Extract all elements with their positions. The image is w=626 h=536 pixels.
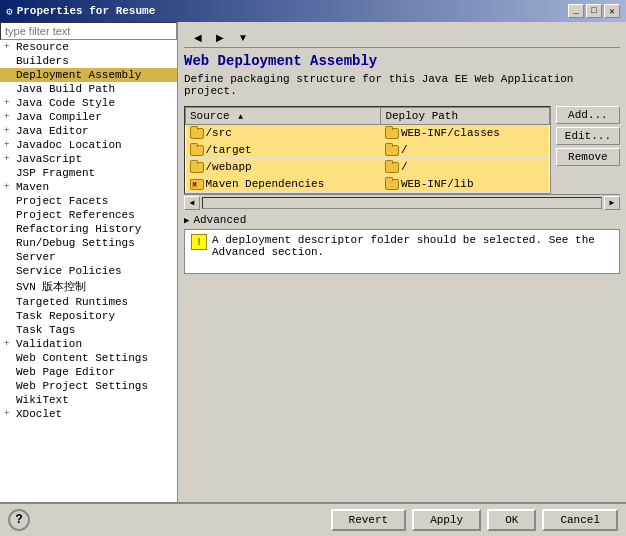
filter-input[interactable] (0, 22, 177, 40)
table-body: /srcWEB-INF/classes/target//webapp/Maven… (186, 125, 550, 193)
tree-item-java-code-style[interactable]: +Java Code Style (0, 96, 177, 110)
tree-item-label: Web Content Settings (16, 352, 148, 364)
tree-item-java-editor[interactable]: +Java Editor (0, 124, 177, 138)
panel-title: Web Deployment Assembly (184, 53, 620, 69)
tree-item-label: Task Tags (16, 324, 75, 336)
scroll-track[interactable] (202, 197, 602, 209)
tree-item-builders[interactable]: Builders (0, 54, 177, 68)
tree-item-label: Task Repository (16, 310, 115, 322)
help-button[interactable]: ? (8, 509, 30, 531)
panel-description: Define packaging structure for this Java… (184, 73, 620, 97)
back-button[interactable]: ◀ (188, 30, 208, 45)
folder-icon (385, 145, 399, 156)
scroll-right-arrow[interactable]: ▶ (604, 196, 620, 210)
tree-item-label: SVN 版本控制 (16, 279, 86, 294)
maximize-button[interactable]: □ (586, 4, 602, 18)
bottom-buttons: Revert Apply OK Cancel (331, 509, 618, 531)
table-row[interactable]: /webapp/ (186, 159, 550, 176)
tree-item-run/debug-settings[interactable]: Run/Debug Settings (0, 236, 177, 250)
tree-item-targeted-runtimes[interactable]: Targeted Runtimes (0, 295, 177, 309)
tree-item-validation[interactable]: +Validation (0, 337, 177, 351)
tree-item-maven[interactable]: +Maven (0, 180, 177, 194)
right-panel: ◀ ▶ ▼ Web Deployment Assembly Define pac… (178, 22, 626, 502)
table-and-buttons: Source ▲ Deploy Path /srcWEB-INF/classes… (184, 106, 620, 194)
horizontal-scrollbar[interactable]: ◀ ▶ (184, 194, 620, 210)
table-row[interactable]: Maven DependenciesWEB-INF/lib (186, 176, 550, 193)
cancel-button[interactable]: Cancel (542, 509, 618, 531)
add-button[interactable]: Add... (556, 106, 620, 124)
warning-text: A deployment descriptor folder should be… (212, 234, 613, 258)
table-row[interactable]: /target/ (186, 142, 550, 159)
assembly-table-container: Source ▲ Deploy Path /srcWEB-INF/classes… (184, 106, 551, 194)
title-bar: ⚙ Properties for Resume _ □ ✕ (0, 0, 626, 22)
content-area: +ResourceBuildersDeployment AssemblyJava… (0, 22, 626, 503)
tree-item-java-build-path[interactable]: Java Build Path (0, 82, 177, 96)
deploy-path-cell: WEB-INF/classes (381, 125, 549, 142)
tree-item-label: Service Policies (16, 265, 122, 277)
folder-icon (190, 128, 204, 139)
minimize-button[interactable]: _ (568, 4, 584, 18)
table-row[interactable]: /srcWEB-INF/classes (186, 125, 550, 142)
edit-button[interactable]: Edit... (556, 127, 620, 145)
tree-container: +ResourceBuildersDeployment AssemblyJava… (0, 40, 177, 421)
tree-item-label: Maven (16, 181, 49, 193)
expand-icon: + (4, 98, 14, 108)
tree-item-web-content-settings[interactable]: Web Content Settings (0, 351, 177, 365)
ok-button[interactable]: OK (487, 509, 536, 531)
tree-item-label: JSP Fragment (16, 167, 95, 179)
expand-icon: + (4, 140, 14, 150)
expand-icon: + (4, 112, 14, 122)
tree-item-server[interactable]: Server (0, 250, 177, 264)
tree-item-java-compiler[interactable]: +Java Compiler (0, 110, 177, 124)
tree-item-label: JavaScript (16, 153, 82, 165)
tree-item-jsp-fragment[interactable]: JSP Fragment (0, 166, 177, 180)
expand-icon: + (4, 154, 14, 164)
close-button[interactable]: ✕ (604, 4, 620, 18)
bottom-bar: ? Revert Apply OK Cancel (0, 503, 626, 536)
tree-item-label: Web Page Editor (16, 366, 115, 378)
expand-icon: + (4, 182, 14, 192)
tree-item-xdoclet[interactable]: +XDoclet (0, 407, 177, 421)
tree-item-web-project-settings[interactable]: Web Project Settings (0, 379, 177, 393)
remove-button[interactable]: Remove (556, 148, 620, 166)
nav-toolbar: ◀ ▶ ▼ (184, 28, 620, 48)
tree-item-label: Refactoring History (16, 223, 141, 235)
tree-item-wikitext[interactable]: WikiText (0, 393, 177, 407)
warning-box: ! A deployment descriptor folder should … (184, 229, 620, 274)
window-title: Properties for Resume (17, 5, 156, 17)
tree-item-label: Project References (16, 209, 135, 221)
tree-item-javascript[interactable]: +JavaScript (0, 152, 177, 166)
folder-icon (385, 179, 399, 190)
revert-button[interactable]: Revert (331, 509, 407, 531)
deploy-path-column-header[interactable]: Deploy Path (381, 108, 549, 125)
tree-item-service-policies[interactable]: Service Policies (0, 264, 177, 278)
tree-item-label: Deployment Assembly (16, 69, 141, 81)
tree-item-svn-版本控制[interactable]: SVN 版本控制 (0, 278, 177, 295)
source-column-header[interactable]: Source ▲ (186, 108, 381, 125)
tree-item-task-repository[interactable]: Task Repository (0, 309, 177, 323)
sort-arrow-source: ▲ (238, 112, 243, 121)
tree-item-project-references[interactable]: Project References (0, 208, 177, 222)
scroll-left-arrow[interactable]: ◀ (184, 196, 200, 210)
dropdown-button[interactable]: ▼ (232, 30, 254, 45)
folder-icon (385, 162, 399, 173)
tree-item-refactoring-history[interactable]: Refactoring History (0, 222, 177, 236)
tree-item-label: Targeted Runtimes (16, 296, 128, 308)
title-bar-buttons[interactable]: _ □ ✕ (568, 4, 620, 18)
tree-item-label: Java Code Style (16, 97, 115, 109)
advanced-header[interactable]: ▶ Advanced (184, 214, 620, 226)
tree-item-javadoc-location[interactable]: +Javadoc Location (0, 138, 177, 152)
tree-item-resource[interactable]: +Resource (0, 40, 177, 54)
tree-item-label: Server (16, 251, 56, 263)
deploy-path-cell: / (381, 159, 549, 176)
forward-button[interactable]: ▶ (210, 30, 230, 45)
tree-item-project-facets[interactable]: Project Facets (0, 194, 177, 208)
tree-item-label: Web Project Settings (16, 380, 148, 392)
tree-item-label: XDoclet (16, 408, 62, 420)
tree-item-web-page-editor[interactable]: Web Page Editor (0, 365, 177, 379)
tree-item-task-tags[interactable]: Task Tags (0, 323, 177, 337)
tree-item-deployment-assembly[interactable]: Deployment Assembly (0, 68, 177, 82)
expand-icon: + (4, 42, 14, 52)
apply-button[interactable]: Apply (412, 509, 481, 531)
tree-item-label: Java Editor (16, 125, 89, 137)
